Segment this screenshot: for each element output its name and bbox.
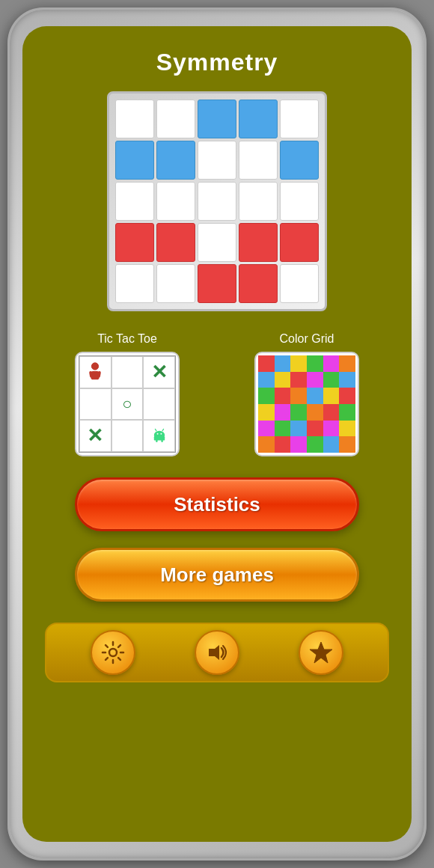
cg-cell-29 (339, 421, 355, 437)
cg-cell-33 (307, 436, 323, 453)
cg-cell-10 (323, 372, 340, 388)
star-icon (308, 640, 334, 665)
cg-cell-0 (258, 355, 275, 372)
sym-cell-24 (280, 264, 319, 303)
cg-cell-12 (258, 388, 275, 404)
cg-cell-21 (307, 404, 323, 421)
sym-cell-21 (156, 264, 195, 303)
statistics-button[interactable]: Statistics (75, 477, 359, 531)
cg-cell-30 (258, 436, 275, 453)
cg-cell-13 (275, 388, 291, 404)
sym-cell-20 (115, 264, 154, 303)
cg-cell-1 (275, 355, 291, 372)
bottom-toolbar (45, 623, 389, 682)
sym-cell-11 (156, 182, 195, 221)
sym-cell-5 (115, 141, 154, 180)
cg-cell-11 (339, 372, 355, 388)
tictactoe-icon-box[interactable]: ✕ ○ ✕ (75, 352, 180, 456)
sym-cell-9 (280, 141, 319, 180)
tictactoe-label: Tic Tac Toe (67, 332, 187, 346)
cg-cell-14 (290, 388, 307, 404)
sym-cell-18 (239, 223, 278, 262)
sym-cell-16 (156, 223, 195, 262)
ttt-cell-7 (111, 420, 144, 452)
cg-cell-6 (258, 372, 275, 388)
cg-cell-2 (290, 355, 307, 372)
svg-line-13 (162, 429, 164, 430)
cg-cell-23 (339, 404, 355, 421)
cg-cell-34 (323, 436, 340, 453)
svg-rect-6 (153, 436, 155, 441)
svg-rect-9 (161, 438, 162, 442)
cg-cell-20 (290, 404, 307, 421)
svg-point-14 (109, 649, 117, 656)
ttt-cell-8 (143, 420, 175, 452)
sym-cell-8 (239, 141, 278, 180)
svg-marker-15 (209, 645, 219, 660)
colorgrid-label: Color Grid (247, 332, 367, 346)
color-grid (258, 355, 355, 453)
symmetry-grid (115, 100, 319, 303)
colorgrid-icon-box[interactable] (254, 352, 359, 456)
sound-button[interactable] (195, 630, 239, 675)
cg-cell-5 (339, 355, 355, 372)
cg-cell-25 (275, 421, 291, 437)
sym-cell-13 (239, 182, 278, 221)
sym-cell-17 (198, 223, 236, 262)
cg-cell-3 (307, 355, 323, 372)
sym-cell-4 (280, 100, 319, 138)
ttt-cell-6: ✕ (79, 420, 111, 452)
game-labels-row: Tic Tac Toe Color Grid (37, 332, 397, 346)
more-games-button[interactable]: More games (75, 548, 359, 602)
sym-cell-22 (198, 264, 236, 303)
svg-point-11 (160, 433, 162, 434)
sym-cell-19 (280, 223, 319, 262)
cg-cell-8 (290, 372, 307, 388)
phone-shell: Symmetry Tic Tac Toe Color Grid (7, 7, 427, 861)
svg-point-10 (156, 433, 158, 434)
cg-cell-7 (275, 372, 291, 388)
cg-cell-15 (307, 388, 323, 404)
ttt-board: ✕ ○ ✕ (79, 355, 176, 453)
cg-cell-26 (290, 421, 307, 437)
symmetry-grid-container (107, 91, 327, 311)
cg-cell-19 (275, 404, 291, 421)
sym-cell-15 (115, 223, 154, 262)
ttt-cell-1 (111, 356, 144, 388)
svg-marker-16 (310, 642, 332, 663)
cg-cell-17 (339, 388, 355, 404)
game-icons-row: ✕ ○ ✕ (37, 352, 397, 456)
sym-cell-2 (198, 100, 236, 138)
cg-cell-32 (290, 436, 307, 453)
screen: Symmetry Tic Tac Toe Color Grid (22, 26, 412, 842)
svg-rect-7 (162, 436, 164, 441)
sym-cell-14 (280, 182, 319, 221)
star-button[interactable] (299, 630, 343, 675)
cg-cell-18 (258, 404, 275, 421)
sym-cell-10 (115, 182, 154, 221)
ttt-cell-0 (79, 356, 111, 388)
cg-cell-9 (307, 372, 323, 388)
ttt-cell-3 (79, 388, 111, 421)
cg-cell-24 (258, 421, 275, 437)
cg-cell-28 (323, 421, 340, 437)
sym-cell-0 (115, 100, 154, 138)
sym-cell-6 (156, 141, 195, 180)
app-title: Symmetry (156, 49, 278, 76)
ttt-cell-5 (143, 388, 175, 421)
sym-cell-7 (198, 141, 236, 180)
cg-cell-16 (323, 388, 340, 404)
sym-cell-3 (239, 100, 278, 138)
settings-icon (100, 640, 126, 665)
cg-cell-31 (275, 436, 291, 453)
sym-cell-1 (156, 100, 195, 138)
cg-cell-4 (323, 355, 340, 372)
cg-cell-27 (307, 421, 323, 437)
svg-point-0 (92, 363, 99, 370)
sound-icon (204, 640, 230, 665)
ttt-cell-4: ○ (111, 388, 144, 421)
svg-line-12 (155, 429, 156, 430)
svg-rect-8 (156, 438, 157, 442)
sym-cell-12 (198, 182, 236, 221)
settings-button[interactable] (91, 630, 135, 675)
